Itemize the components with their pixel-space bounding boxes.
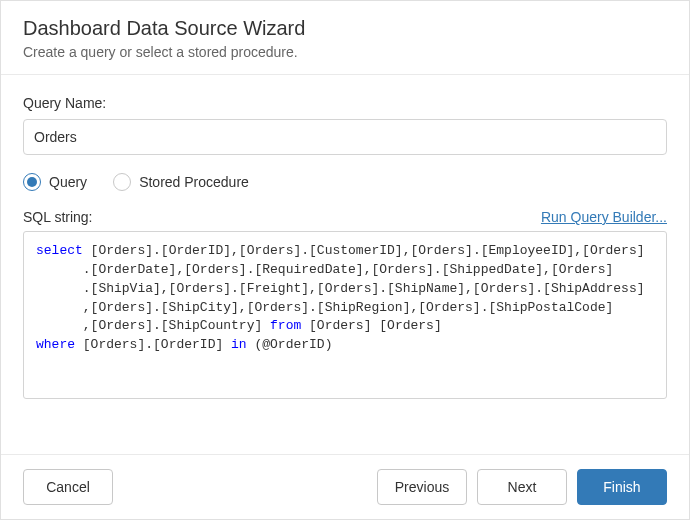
- wizard-body: Query Name: Query Stored Procedure SQL s…: [1, 75, 689, 454]
- sql-string-editor[interactable]: select [Orders].[OrderID],[Orders].[Cust…: [23, 231, 667, 399]
- wizard-header: Dashboard Data Source Wizard Create a qu…: [1, 1, 689, 75]
- footer-right-group: Previous Next Finish: [377, 469, 667, 505]
- wizard-title: Dashboard Data Source Wizard: [23, 17, 667, 40]
- sql-label-row: SQL string: Run Query Builder...: [23, 209, 667, 225]
- radio-circle-icon: [23, 173, 41, 191]
- wizard-subtitle: Create a query or select a stored proced…: [23, 44, 667, 60]
- query-name-label: Query Name:: [23, 95, 667, 111]
- radio-query-label: Query: [49, 174, 87, 190]
- radio-circle-icon: [113, 173, 131, 191]
- radio-query[interactable]: Query: [23, 173, 87, 191]
- radio-stored-procedure[interactable]: Stored Procedure: [113, 173, 249, 191]
- query-type-radio-group: Query Stored Procedure: [23, 173, 667, 191]
- previous-button[interactable]: Previous: [377, 469, 467, 505]
- finish-button[interactable]: Finish: [577, 469, 667, 505]
- next-button[interactable]: Next: [477, 469, 567, 505]
- run-query-builder-link[interactable]: Run Query Builder...: [541, 209, 667, 225]
- wizard-footer: Cancel Previous Next Finish: [1, 454, 689, 519]
- query-name-input[interactable]: [23, 119, 667, 155]
- wizard-dialog: Dashboard Data Source Wizard Create a qu…: [0, 0, 690, 520]
- radio-dot-icon: [27, 177, 37, 187]
- sql-string-label: SQL string:: [23, 209, 93, 225]
- cancel-button[interactable]: Cancel: [23, 469, 113, 505]
- radio-stored-procedure-label: Stored Procedure: [139, 174, 249, 190]
